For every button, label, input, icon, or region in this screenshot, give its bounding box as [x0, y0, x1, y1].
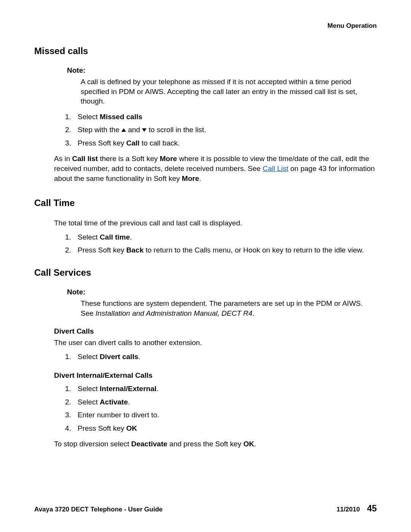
step-text: . [156, 385, 158, 393]
step-text: Select [78, 398, 100, 406]
para-bold: Call list [72, 155, 98, 163]
page-number: 45 [367, 503, 377, 513]
step-text: Select [78, 113, 100, 121]
note-label: Note: [67, 288, 377, 296]
step-text: Step with the [78, 126, 121, 134]
list-item: Step with the and to scroll in the list. [73, 125, 377, 136]
page-footer: Avaya 3720 DECT Telephone - User Guide 1… [34, 503, 377, 514]
arrow-up-icon [121, 128, 126, 132]
step-bold: Call [126, 139, 140, 147]
list-item: Select Divert calls. [73, 351, 377, 363]
step-text: to call back. [140, 139, 180, 147]
para-text: As in [54, 155, 72, 163]
para-text: and press the Soft key [167, 440, 244, 448]
para-bold: More [160, 155, 177, 163]
footer-right: 11/2010 45 [336, 503, 377, 514]
step-text: Press Soft key [78, 139, 126, 147]
steps-call-time: Select Call time. Press Soft key Back to… [59, 232, 377, 256]
para-text: . [254, 440, 256, 448]
list-item: Press Soft key OK [73, 423, 377, 434]
note-body: A call is defined by your telephone as m… [81, 77, 377, 106]
step-bold: Divert calls [100, 353, 138, 361]
list-item: Enter number to divert to. [73, 410, 377, 421]
link-call-list[interactable]: Call List [263, 165, 288, 173]
step-bold: Missed calls [100, 113, 142, 121]
paragraph-stop-diversion: To stop diversion select Deactivate and … [54, 439, 377, 449]
para-bold: Deactivate [131, 440, 167, 448]
step-bold: Activate [100, 398, 128, 406]
para-bold: More [182, 174, 199, 182]
breadcrumb: Menu Operation [34, 22, 377, 30]
step-text: Select [78, 353, 100, 361]
steps-divert-calls: Select Divert calls. [59, 351, 377, 363]
step-text: Select [78, 385, 100, 393]
list-item: Press Soft key Call to call back. [73, 138, 377, 149]
step-bold: OK [126, 424, 137, 432]
note-body: These functions are system dependent. Th… [81, 299, 377, 318]
paragraph-call-time-intro: The total time of the previous call and … [54, 218, 377, 228]
note-label: Note: [67, 66, 377, 75]
heading-call-time: Call Time [34, 198, 377, 208]
footer-date: 11/2010 [336, 506, 360, 513]
list-item: Select Activate. [73, 397, 377, 408]
step-text: . [139, 353, 140, 361]
document-page: Menu Operation Missed calls Note: A call… [0, 0, 411, 532]
step-text: Press Soft key [78, 246, 126, 254]
step-text: to scroll in the list. [147, 126, 206, 134]
step-bold: Call time [100, 233, 130, 241]
list-item: Press Soft key Back to return to the Cal… [73, 245, 377, 256]
list-item: Select Missed calls [73, 112, 377, 123]
step-bold: Back [126, 246, 143, 254]
step-text: to return to the Calls menu, or Hook on … [143, 246, 364, 254]
step-bold: Internal/External [100, 385, 156, 393]
para-bold: OK [243, 440, 254, 448]
note-block-call-services: Note: These functions are system depende… [67, 288, 377, 318]
step-text: . [130, 233, 132, 241]
heading-call-services: Call Services [34, 267, 377, 278]
footer-title: Avaya 3720 DECT Telephone - User Guide [34, 506, 162, 513]
step-text: Press Soft key [78, 424, 126, 432]
paragraph-divert-calls-intro: The user can divert calls to another ext… [54, 338, 377, 348]
note-italic: Installation and Administration Manual, … [96, 309, 252, 317]
step-text: and [126, 126, 142, 134]
list-item: Select Internal/External. [73, 383, 377, 395]
heading-divert-calls: Divert Calls [54, 327, 377, 335]
steps-divert-ie: Select Internal/External. Select Activat… [59, 383, 377, 434]
heading-divert-internal-external: Divert Internal/External Calls [54, 371, 377, 380]
paragraph-missed-calls: As in Call list there is a Soft key More… [54, 154, 377, 183]
steps-missed-calls: Select Missed calls Step with the and to… [59, 112, 377, 149]
arrow-down-icon [142, 128, 147, 132]
list-item: Select Call time. [73, 232, 377, 243]
step-text: . [128, 398, 130, 406]
heading-missed-calls: Missed calls [34, 46, 377, 56]
step-text: Select [78, 233, 100, 241]
note-block-missed-calls: Note: A call is defined by your telephon… [67, 66, 377, 106]
para-text: To stop diversion select [54, 440, 131, 448]
para-text: . [199, 174, 201, 182]
note-text: . [252, 309, 254, 317]
para-text: there is a Soft key [98, 155, 160, 163]
